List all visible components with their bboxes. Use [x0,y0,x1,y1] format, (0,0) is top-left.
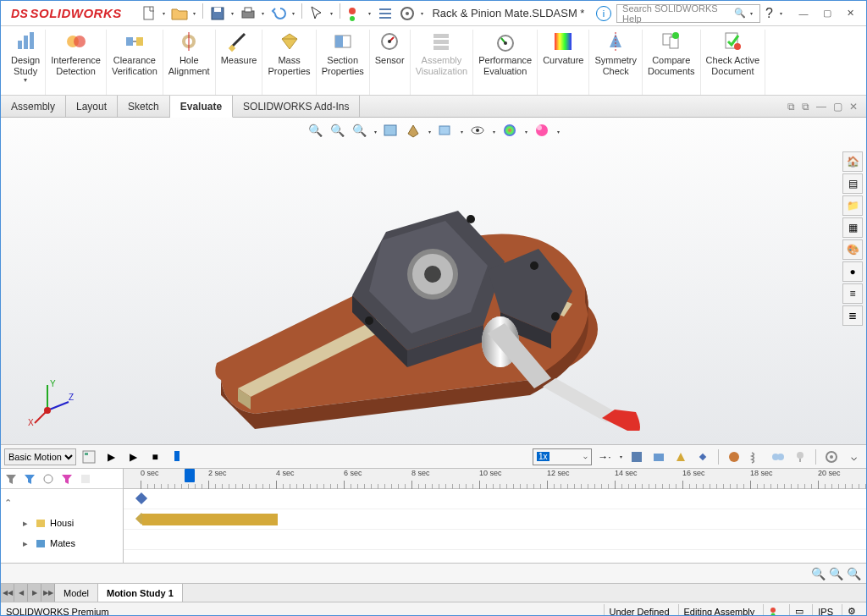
calculate-button[interactable] [80,448,98,466]
print-button[interactable] [238,3,258,24]
design-library-icon[interactable]: 📁 [842,195,863,216]
orientation-triad[interactable]: Y Z X [26,377,77,427]
hole-align-button[interactable]: HoleAlignment [163,30,216,95]
view-orientation-icon[interactable] [404,121,422,140]
tab-nav-prev[interactable]: ◀ [14,584,28,602]
time-ruler[interactable]: 0 sec2 sec4 sec6 sec8 sec10 sec12 sec14 … [124,469,866,489]
doc-close-button[interactable]: ✕ [849,101,858,113]
hide-show-icon[interactable] [468,121,487,140]
status-options-icon[interactable]: ⚙ [842,604,861,617]
display-style-icon[interactable] [436,121,455,140]
minimize-button[interactable]: — [792,4,815,23]
tab-nav-next[interactable]: ▶ [28,584,41,602]
keyframe[interactable] [135,492,147,504]
filter-selected-icon[interactable] [58,470,75,487]
perf-eval-button[interactable]: PerformanceEvaluation [473,30,538,95]
animation-wizard-button[interactable] [649,448,668,466]
design-study-button[interactable]: DesignStudy▾ [6,30,46,95]
playhead[interactable] [185,469,195,482]
motion-type-select[interactable]: Basic Motion [4,448,76,465]
playback-speed[interactable]: 1x⌵ [533,448,592,465]
new-dropdown[interactable]: ▾ [161,3,168,24]
save-animation-button[interactable] [627,448,646,466]
custom-props-icon[interactable]: ≡ [842,283,863,304]
measure-button[interactable]: Measure [216,30,263,95]
playback-slider[interactable] [168,448,186,466]
status-rebuild-icon[interactable] [763,604,786,617]
info-icon[interactable]: i [596,6,611,21]
zoom-out-icon[interactable]: 🔍 [829,567,843,580]
clearance-button[interactable]: ClearanceVerification [107,30,163,95]
bottom-tab-model[interactable]: Model [55,584,98,602]
section-view-icon[interactable] [382,121,400,140]
spring-button[interactable] [747,448,765,466]
settings-button[interactable] [397,3,417,24]
appearances-pane-icon[interactable]: ● [842,261,863,282]
help-menu[interactable]: ? [765,6,773,21]
add-key-button[interactable] [693,448,712,466]
sensor-button[interactable]: Sensor [370,30,411,95]
play-button[interactable]: ▶ [124,448,142,466]
zoom-area-icon[interactable]: 🔍 [328,121,346,140]
options-list-button[interactable] [375,3,395,24]
doc-minimize-button[interactable]: — [816,101,826,113]
tab-evaluate[interactable]: Evaluate [170,96,233,118]
doc-restore-button[interactable]: ▢ [833,101,842,113]
stop-button[interactable]: ■ [146,448,164,466]
motion-options-button[interactable] [822,448,841,466]
scene-icon[interactable] [533,121,551,140]
close-button[interactable]: ✕ [839,4,863,23]
save-button[interactable] [207,3,228,24]
new-file-button[interactable] [139,3,159,24]
autokey-button[interactable] [671,448,690,466]
save-dropdown[interactable]: ▾ [229,3,236,24]
forum-pane-icon[interactable]: ≣ [842,305,863,326]
symmetry-button[interactable]: SymmetryCheck [589,30,643,95]
filter-animated-icon[interactable] [21,470,38,487]
section-props-button[interactable]: SectionProperties [317,30,370,95]
tab-layout[interactable]: Layout [66,96,118,117]
tab-solidworks-add-ins[interactable]: SOLIDWORKS Add-Ins [233,96,360,117]
status-units[interactable]: IPS [812,604,838,617]
print-dropdown[interactable]: ▾ [260,3,267,24]
maximize-button[interactable]: ▢ [815,4,839,23]
check-active-button[interactable]: Check ActiveDocument [701,30,766,95]
undo-dropdown[interactable]: ▾ [290,3,297,24]
help-search-input[interactable]: Search SOLIDWORKS Help 🔍 ▾ [616,4,760,23]
file-explorer-icon[interactable]: ▦ [842,217,863,238]
dock-right-icon[interactable]: ⧉ [802,101,809,113]
bottom-tab-motion-study-1[interactable]: Motion Study 1 [98,584,183,602]
zoom-fit-icon[interactable]: 🔍 [306,121,324,140]
filter-icon[interactable] [3,470,19,487]
gravity-button[interactable] [791,448,809,466]
tab-assembly[interactable]: Assembly [1,96,66,117]
mass-props-button[interactable]: MassProperties [262,30,316,95]
loop-button[interactable]: →· [595,448,614,466]
resources-pane-icon[interactable]: ▤ [842,173,863,194]
view-palette-icon[interactable]: 🎨 [842,239,863,260]
compare-button[interactable]: CompareDocuments [643,30,701,95]
filter-results-icon[interactable] [77,470,94,487]
dock-left-icon[interactable]: ⧉ [787,101,795,113]
select-button[interactable] [306,3,327,24]
graphics-viewport[interactable]: 🔍 🔍 🔍▾ ▾ ▾ ▾ ▾ ▾ 🏠 ▤ 📁 ▦ 🎨 ● ≡ ≣ [1,118,866,444]
previous-view-icon[interactable]: 🔍 [350,121,368,140]
contact-button[interactable] [769,448,787,466]
zoom-in-icon[interactable]: 🔍 [811,567,826,580]
tab-nav-last[interactable]: ▶▶ [41,584,55,602]
status-display-icon[interactable]: ▭ [789,604,809,617]
track-row[interactable] [124,489,866,509]
appearance-icon[interactable] [500,121,519,140]
timeline-tracks[interactable]: 0 sec2 sec4 sec6 sec8 sec10 sec12 sec14 … [124,469,866,563]
tree-item[interactable]: ▸Mates [1,533,123,553]
rebuild-button[interactable] [345,3,365,24]
tab-sketch[interactable]: Sketch [118,96,170,117]
motion-clip[interactable] [142,514,278,525]
open-file-button[interactable] [169,3,190,24]
home-pane-icon[interactable]: 🏠 [842,151,863,172]
zoom-fit-icon[interactable]: 🔍 [847,567,861,580]
tree-item[interactable]: ▸Housi [1,513,123,533]
open-dropdown[interactable]: ▾ [191,3,198,24]
curvature-button[interactable]: Curvature [538,30,589,95]
tab-nav-first[interactable]: ◀◀ [1,584,14,602]
